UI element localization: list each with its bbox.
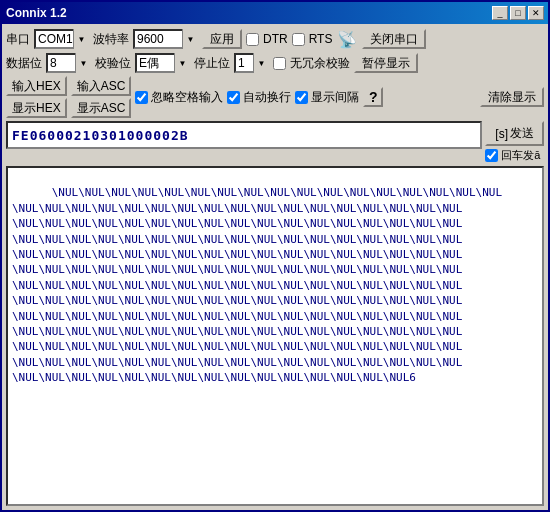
baud-label: 波特率 (93, 31, 129, 48)
parity-select[interactable]: E偶 N无 O奇 (135, 53, 190, 73)
signal-icon: 📡 (336, 28, 358, 50)
asc-buttons: 输入ASC显示ASC (71, 76, 132, 118)
row-display-options: 输入HEX显示HEX 输入ASC显示ASC 忽略空格输入 自动换行 显示间隔 ?… (6, 76, 544, 118)
ignore-spaces-checkbox[interactable] (135, 91, 148, 104)
ignore-spaces-label[interactable]: 忽略空格输入 (135, 89, 223, 106)
send-bracket: [s] (495, 127, 508, 141)
auto-newline-checkbox[interactable] (227, 91, 240, 104)
port-select-wrapper: COM1 COM2 COM3 ▼ (34, 29, 89, 49)
baud-select[interactable]: 9600 19200 115200 4800 (133, 29, 198, 49)
input-asc-button[interactable]: 输入ASC (71, 76, 132, 96)
dtr-label: DTR (263, 32, 288, 46)
stop-bits-select-wrapper: 1 2 ▼ (234, 53, 269, 73)
auto-newline-label[interactable]: 自动换行 (227, 89, 291, 106)
pause-display-button[interactable]: 暂停显示 (354, 53, 418, 73)
window-title: Connix 1.2 (6, 6, 67, 20)
send-button[interactable]: [s] 发送 (485, 121, 544, 146)
minimize-button[interactable]: _ (492, 6, 508, 20)
parity-select-wrapper: E偶 N无 O奇 ▼ (135, 53, 190, 73)
title-bar: Connix 1.2 _ □ ✕ (2, 2, 548, 24)
dtr-checkbox[interactable] (246, 33, 259, 46)
apply-button[interactable]: 应用 (202, 29, 242, 49)
rts-label: RTS (309, 32, 333, 46)
rts-checkbox[interactable] (292, 33, 305, 46)
hex-input-field[interactable] (6, 121, 482, 149)
row-data-bits: 数据位 8 7 6 5 ▼ 校验位 E偶 N无 O奇 ▼ 停止位 (6, 53, 544, 73)
return-send-checkbox[interactable] (485, 149, 498, 162)
port-select[interactable]: COM1 COM2 COM3 (34, 29, 89, 49)
data-bits-select[interactable]: 8 7 6 5 (46, 53, 91, 73)
show-interval-label[interactable]: 显示间隔 (295, 89, 359, 106)
window-body: 串口 COM1 COM2 COM3 ▼ 波特率 9600 19200 11520… (2, 24, 548, 510)
no-extra-check-label: 无冗余校验 (290, 55, 350, 72)
main-window: Connix 1.2 _ □ ✕ 串口 COM1 COM2 COM3 ▼ 波特率… (0, 0, 550, 512)
hex-input-area: [s] 发送 回车发ā (6, 121, 544, 163)
parity-label: 校验位 (95, 55, 131, 72)
close-button[interactable]: ✕ (528, 6, 544, 20)
baud-select-wrapper: 9600 19200 115200 4800 ▼ (133, 29, 198, 49)
input-hex-button[interactable]: 输入HEX (6, 76, 67, 96)
show-asc-button[interactable]: 显示ASC (71, 98, 132, 118)
send-panel: [s] 发送 回车发ā (485, 121, 544, 163)
return-send-label[interactable]: 回车发ā (485, 148, 544, 163)
window-controls: _ □ ✕ (492, 6, 544, 20)
data-bits-label: 数据位 (6, 55, 42, 72)
close-port-button[interactable]: 关闭串口 (362, 29, 426, 49)
port-label: 串口 (6, 31, 30, 48)
send-label: 发送 (510, 125, 534, 142)
no-extra-check-checkbox[interactable] (273, 57, 286, 70)
hex-asc-buttons: 输入HEX显示HEX (6, 76, 67, 118)
help-button[interactable]: ? (363, 87, 383, 107)
show-hex-button[interactable]: 显示HEX (6, 98, 67, 118)
clear-display-button[interactable]: 清除显示 (480, 87, 544, 107)
output-text: \NUL\NUL\NUL\NUL\NUL\NUL\NUL\NUL\NUL\NUL… (12, 186, 502, 384)
row-port-baud: 串口 COM1 COM2 COM3 ▼ 波特率 9600 19200 11520… (6, 28, 544, 50)
show-interval-checkbox[interactable] (295, 91, 308, 104)
stop-bits-label: 停止位 (194, 55, 230, 72)
stop-bits-select[interactable]: 1 2 (234, 53, 269, 73)
maximize-button[interactable]: □ (510, 6, 526, 20)
data-bits-select-wrapper: 8 7 6 5 ▼ (46, 53, 91, 73)
output-area[interactable]: \NUL\NUL\NUL\NUL\NUL\NUL\NUL\NUL\NUL\NUL… (6, 166, 544, 506)
